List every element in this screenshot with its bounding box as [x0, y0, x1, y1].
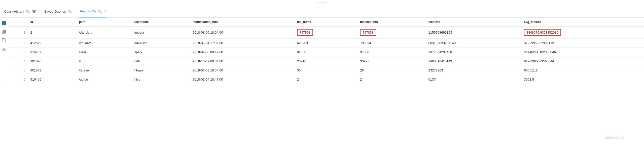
search-icon-results[interactable]: 🔍 — [98, 9, 102, 13]
cell-filesizes: 2077534291468 — [425, 48, 521, 57]
cell-id: 2 — [27, 27, 76, 39]
cell-username: impala — [131, 27, 190, 39]
col-file-nums: file_nums — [294, 18, 357, 27]
cell-filesizes: 23277363 — [425, 66, 521, 75]
cell-avg-filesize: 22446241.102338046 — [521, 48, 644, 57]
cell-username: hive — [131, 75, 190, 84]
cell-blockcounts: 28 — [357, 66, 425, 75]
cell-file-nums-highlighted: 797858 — [297, 29, 313, 36]
col-username: username — [131, 18, 190, 27]
results-table: id path username modification_time file_… — [8, 18, 644, 84]
svg-rect-4 — [2, 31, 3, 33]
table-header-row: id path username modification_time file_… — [8, 18, 644, 27]
cell-filesizes: 1155758696353 — [425, 27, 521, 39]
cell-username: hbase — [131, 66, 190, 75]
svg-rect-0 — [2, 21, 4, 23]
cell-blockcounts: 33927 — [357, 57, 425, 66]
table-row: 3916467/userspark2018-09-06 08:49:009255… — [8, 48, 644, 57]
col-modification-time: modification_time — [190, 18, 294, 27]
col-avg-filesize: avg_filesize — [521, 18, 644, 27]
tab-bar: Query History 🔍 📅 Saved Queries 🔍 Result… — [0, 6, 644, 18]
expand-icon-results[interactable]: ⤢ — [104, 9, 106, 13]
cell-avg-filesize: 62922829.73565644 — [521, 57, 644, 66]
col-blockcounts: blockcounts — [357, 18, 425, 27]
col-filesizes: filesizes — [425, 18, 521, 27]
table-row: 12/dw_dataimpala2018-08-06 18:04:0079785… — [8, 27, 644, 39]
svg-rect-2 — [2, 23, 4, 25]
cell-id: 916467 — [27, 48, 76, 57]
svg-rect-1 — [4, 21, 6, 23]
cell-blockcounts: 797858 — [357, 27, 425, 39]
cell-file-nums: 92556 — [294, 48, 357, 57]
cell-modification-time: 2018-10-09 00:04:00 — [190, 57, 294, 66]
cell-blockcounts-highlighted: 797858 — [360, 29, 376, 36]
row-number: 3 — [8, 48, 27, 57]
drag-handle: • • • — [0, 0, 644, 6]
tab-saved-queries[interactable]: Saved Queries 🔍 — [44, 6, 72, 17]
row-number: 6 — [8, 75, 27, 84]
cell-modification-time: 2018-03-08 16:04:00 — [190, 66, 294, 75]
table-row: 6916466/udfjarhive2018-01-04 18:47:00226… — [8, 75, 644, 84]
saved-queries-label: Saved Queries — [44, 10, 66, 13]
cell-username: hdfs — [131, 57, 190, 66]
cell-path: /hbase — [76, 66, 131, 75]
results-table-wrapper: id path username modification_time file_… — [8, 18, 644, 84]
cell-modification-time: 2018-05-04 17:02:00 — [190, 39, 294, 48]
cell-avg-filesize: 97229953.02959113 — [521, 39, 644, 48]
col-row-num — [8, 18, 27, 27]
row-number: 2 — [8, 39, 27, 48]
cell-file-nums: 2 — [294, 75, 357, 84]
cell-path: /user — [76, 48, 131, 57]
cell-username: spark — [131, 48, 190, 57]
cell-id: 901698 — [27, 57, 76, 66]
main-content: id path username modification_time file_… — [0, 18, 644, 84]
cell-blockcounts: 2 — [357, 75, 425, 84]
chart-view-icon[interactable] — [2, 29, 6, 34]
col-path: path — [76, 18, 131, 27]
cell-filesizes: 603762033231140 — [425, 39, 521, 48]
row-number: 5 — [8, 66, 27, 75]
calendar-icon-qh[interactable]: 📅 — [32, 10, 36, 13]
cell-modification-time: 2018-08-06 18:04:00 — [190, 27, 294, 39]
cell-avg-filesize: 3068.5 — [521, 75, 644, 84]
query-history-label: Query History — [4, 10, 24, 13]
table-row: 5901573/hbasehbase2018-03-08 16:04:00352… — [8, 66, 644, 75]
svg-rect-5 — [4, 30, 4, 33]
cell-avg-filesize-highlighted: 1448576.9351852085 — [524, 29, 561, 36]
cell-path: /tmp — [76, 57, 131, 66]
svg-rect-3 — [4, 23, 6, 25]
tab-results[interactable]: Results (6) 🔍 ⤢ — [80, 6, 106, 17]
cell-modification-time: 2018-09-06 08:49:00 — [190, 48, 294, 57]
cell-id: 412829 — [27, 39, 76, 48]
cell-path: /dw_data — [76, 27, 131, 39]
grid-view-icon[interactable] — [2, 21, 6, 25]
cell-path: /udfjar — [76, 75, 131, 84]
cell-id: 901573 — [27, 66, 76, 75]
cell-file-nums: 35 — [294, 66, 357, 75]
col-id: id — [27, 18, 76, 27]
cell-path: /etl_data — [76, 39, 131, 48]
row-number: 1 — [8, 27, 27, 39]
table-row: 4901698/tmphdfs2018-10-09 00:04:00232163… — [8, 57, 644, 66]
tab-query-history[interactable]: Query History 🔍 📅 — [4, 6, 36, 17]
sidebar-icons — [0, 18, 8, 84]
cell-filesizes: 6137 — [425, 75, 521, 84]
cell-filesizes: 1460816415143 — [425, 57, 521, 66]
svg-rect-6 — [5, 30, 6, 33]
cell-id: 916466 — [27, 75, 76, 84]
results-label: Results (6) — [80, 9, 96, 13]
copy-icon[interactable] — [2, 38, 6, 42]
cell-file-nums: 620963 — [294, 39, 357, 48]
cell-blockcounts: 786034 — [357, 39, 425, 48]
drag-dots: • • • — [318, 1, 326, 5]
download-icon[interactable] — [2, 46, 6, 51]
cell-file-nums: 23216 — [294, 57, 357, 66]
cell-file-nums: 797858 — [294, 27, 357, 39]
search-icon-qh[interactable]: 🔍 — [26, 10, 30, 13]
cell-avg-filesize: 1448576.9351852085 — [521, 27, 644, 39]
row-number: 4 — [8, 57, 27, 66]
svg-rect-7 — [3, 39, 5, 42]
cell-avg-filesize: 665511.8 — [521, 66, 644, 75]
table-row: 2412829/etl_dataedwuser2018-05-04 17:02:… — [8, 39, 644, 48]
search-icon-sq[interactable]: 🔍 — [68, 10, 72, 13]
